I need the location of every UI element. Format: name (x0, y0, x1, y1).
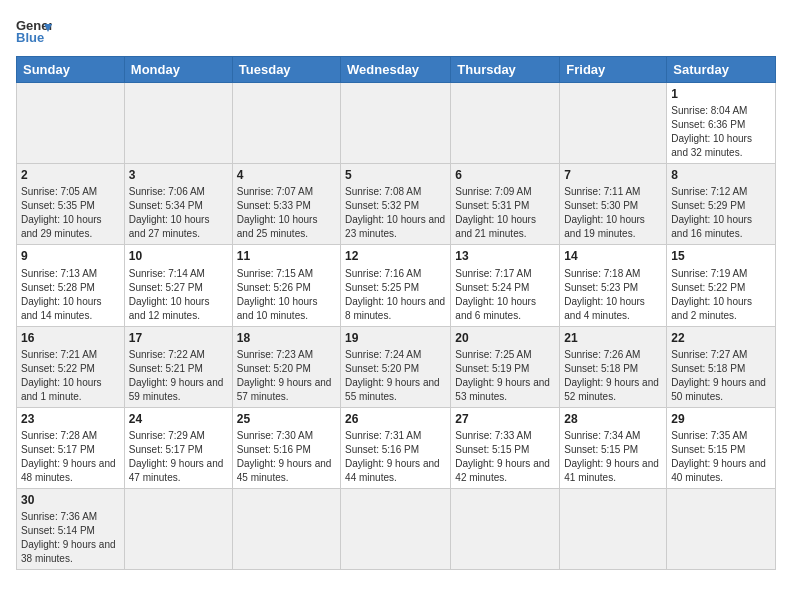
day-info: Sunrise: 7:09 AM Sunset: 5:31 PM Dayligh… (455, 185, 555, 241)
day-number: 29 (671, 411, 771, 427)
calendar-cell (124, 488, 232, 569)
calendar-cell: 24Sunrise: 7:29 AM Sunset: 5:17 PM Dayli… (124, 407, 232, 488)
day-info: Sunrise: 8:04 AM Sunset: 6:36 PM Dayligh… (671, 104, 771, 160)
day-number: 18 (237, 330, 336, 346)
day-number: 6 (455, 167, 555, 183)
day-number: 14 (564, 248, 662, 264)
logo: General Blue (16, 16, 52, 46)
day-info: Sunrise: 7:34 AM Sunset: 5:15 PM Dayligh… (564, 429, 662, 485)
calendar-week-3: 9Sunrise: 7:13 AM Sunset: 5:28 PM Daylig… (17, 245, 776, 326)
calendar-cell: 22Sunrise: 7:27 AM Sunset: 5:18 PM Dayli… (667, 326, 776, 407)
calendar-cell: 6Sunrise: 7:09 AM Sunset: 5:31 PM Daylig… (451, 164, 560, 245)
calendar-week-4: 16Sunrise: 7:21 AM Sunset: 5:22 PM Dayli… (17, 326, 776, 407)
day-number: 9 (21, 248, 120, 264)
calendar-cell (560, 83, 667, 164)
svg-text:Blue: Blue (16, 30, 44, 45)
day-number: 25 (237, 411, 336, 427)
calendar-cell (341, 488, 451, 569)
calendar-cell (232, 488, 340, 569)
calendar-cell: 15Sunrise: 7:19 AM Sunset: 5:22 PM Dayli… (667, 245, 776, 326)
calendar-cell: 3Sunrise: 7:06 AM Sunset: 5:34 PM Daylig… (124, 164, 232, 245)
calendar-cell: 27Sunrise: 7:33 AM Sunset: 5:15 PM Dayli… (451, 407, 560, 488)
day-info: Sunrise: 7:15 AM Sunset: 5:26 PM Dayligh… (237, 267, 336, 323)
day-info: Sunrise: 7:08 AM Sunset: 5:32 PM Dayligh… (345, 185, 446, 241)
day-info: Sunrise: 7:22 AM Sunset: 5:21 PM Dayligh… (129, 348, 228, 404)
day-number: 16 (21, 330, 120, 346)
weekday-header-sunday: Sunday (17, 57, 125, 83)
day-number: 19 (345, 330, 446, 346)
day-number: 22 (671, 330, 771, 346)
weekday-header-friday: Friday (560, 57, 667, 83)
calendar-week-1: 1Sunrise: 8:04 AM Sunset: 6:36 PM Daylig… (17, 83, 776, 164)
day-number: 15 (671, 248, 771, 264)
calendar-cell (451, 83, 560, 164)
day-number: 17 (129, 330, 228, 346)
calendar-cell: 10Sunrise: 7:14 AM Sunset: 5:27 PM Dayli… (124, 245, 232, 326)
calendar-cell: 2Sunrise: 7:05 AM Sunset: 5:35 PM Daylig… (17, 164, 125, 245)
day-number: 2 (21, 167, 120, 183)
calendar-week-2: 2Sunrise: 7:05 AM Sunset: 5:35 PM Daylig… (17, 164, 776, 245)
day-info: Sunrise: 7:26 AM Sunset: 5:18 PM Dayligh… (564, 348, 662, 404)
day-number: 1 (671, 86, 771, 102)
calendar-table: SundayMondayTuesdayWednesdayThursdayFrid… (16, 56, 776, 570)
day-number: 8 (671, 167, 771, 183)
day-info: Sunrise: 7:35 AM Sunset: 5:15 PM Dayligh… (671, 429, 771, 485)
day-info: Sunrise: 7:28 AM Sunset: 5:17 PM Dayligh… (21, 429, 120, 485)
day-number: 21 (564, 330, 662, 346)
calendar-cell: 16Sunrise: 7:21 AM Sunset: 5:22 PM Dayli… (17, 326, 125, 407)
day-number: 13 (455, 248, 555, 264)
calendar-cell: 4Sunrise: 7:07 AM Sunset: 5:33 PM Daylig… (232, 164, 340, 245)
calendar-cell: 28Sunrise: 7:34 AM Sunset: 5:15 PM Dayli… (560, 407, 667, 488)
day-number: 30 (21, 492, 120, 508)
weekday-header-monday: Monday (124, 57, 232, 83)
day-number: 11 (237, 248, 336, 264)
day-info: Sunrise: 7:24 AM Sunset: 5:20 PM Dayligh… (345, 348, 446, 404)
calendar-cell: 14Sunrise: 7:18 AM Sunset: 5:23 PM Dayli… (560, 245, 667, 326)
day-number: 5 (345, 167, 446, 183)
day-info: Sunrise: 7:25 AM Sunset: 5:19 PM Dayligh… (455, 348, 555, 404)
calendar-cell (17, 83, 125, 164)
calendar-cell (124, 83, 232, 164)
day-number: 28 (564, 411, 662, 427)
calendar-cell: 18Sunrise: 7:23 AM Sunset: 5:20 PM Dayli… (232, 326, 340, 407)
day-info: Sunrise: 7:27 AM Sunset: 5:18 PM Dayligh… (671, 348, 771, 404)
day-info: Sunrise: 7:17 AM Sunset: 5:24 PM Dayligh… (455, 267, 555, 323)
calendar-cell: 19Sunrise: 7:24 AM Sunset: 5:20 PM Dayli… (341, 326, 451, 407)
calendar-cell: 30Sunrise: 7:36 AM Sunset: 5:14 PM Dayli… (17, 488, 125, 569)
day-info: Sunrise: 7:23 AM Sunset: 5:20 PM Dayligh… (237, 348, 336, 404)
day-number: 26 (345, 411, 446, 427)
calendar-cell (451, 488, 560, 569)
day-number: 27 (455, 411, 555, 427)
day-info: Sunrise: 7:30 AM Sunset: 5:16 PM Dayligh… (237, 429, 336, 485)
day-info: Sunrise: 7:18 AM Sunset: 5:23 PM Dayligh… (564, 267, 662, 323)
weekday-header-row: SundayMondayTuesdayWednesdayThursdayFrid… (17, 57, 776, 83)
weekday-header-thursday: Thursday (451, 57, 560, 83)
calendar-cell: 17Sunrise: 7:22 AM Sunset: 5:21 PM Dayli… (124, 326, 232, 407)
day-info: Sunrise: 7:21 AM Sunset: 5:22 PM Dayligh… (21, 348, 120, 404)
day-number: 20 (455, 330, 555, 346)
logo-icon: General Blue (16, 16, 52, 46)
calendar-cell: 13Sunrise: 7:17 AM Sunset: 5:24 PM Dayli… (451, 245, 560, 326)
day-info: Sunrise: 7:33 AM Sunset: 5:15 PM Dayligh… (455, 429, 555, 485)
day-info: Sunrise: 7:14 AM Sunset: 5:27 PM Dayligh… (129, 267, 228, 323)
calendar-cell: 29Sunrise: 7:35 AM Sunset: 5:15 PM Dayli… (667, 407, 776, 488)
day-number: 12 (345, 248, 446, 264)
page-header: General Blue (16, 16, 776, 46)
calendar-cell: 12Sunrise: 7:16 AM Sunset: 5:25 PM Dayli… (341, 245, 451, 326)
calendar-cell: 26Sunrise: 7:31 AM Sunset: 5:16 PM Dayli… (341, 407, 451, 488)
calendar-cell (232, 83, 340, 164)
day-info: Sunrise: 7:13 AM Sunset: 5:28 PM Dayligh… (21, 267, 120, 323)
calendar-week-6: 30Sunrise: 7:36 AM Sunset: 5:14 PM Dayli… (17, 488, 776, 569)
day-info: Sunrise: 7:07 AM Sunset: 5:33 PM Dayligh… (237, 185, 336, 241)
calendar-cell: 21Sunrise: 7:26 AM Sunset: 5:18 PM Dayli… (560, 326, 667, 407)
weekday-header-wednesday: Wednesday (341, 57, 451, 83)
day-info: Sunrise: 7:12 AM Sunset: 5:29 PM Dayligh… (671, 185, 771, 241)
day-info: Sunrise: 7:05 AM Sunset: 5:35 PM Dayligh… (21, 185, 120, 241)
calendar-cell (560, 488, 667, 569)
calendar-cell: 11Sunrise: 7:15 AM Sunset: 5:26 PM Dayli… (232, 245, 340, 326)
day-number: 24 (129, 411, 228, 427)
calendar-cell: 9Sunrise: 7:13 AM Sunset: 5:28 PM Daylig… (17, 245, 125, 326)
day-info: Sunrise: 7:06 AM Sunset: 5:34 PM Dayligh… (129, 185, 228, 241)
calendar-cell: 20Sunrise: 7:25 AM Sunset: 5:19 PM Dayli… (451, 326, 560, 407)
day-number: 4 (237, 167, 336, 183)
